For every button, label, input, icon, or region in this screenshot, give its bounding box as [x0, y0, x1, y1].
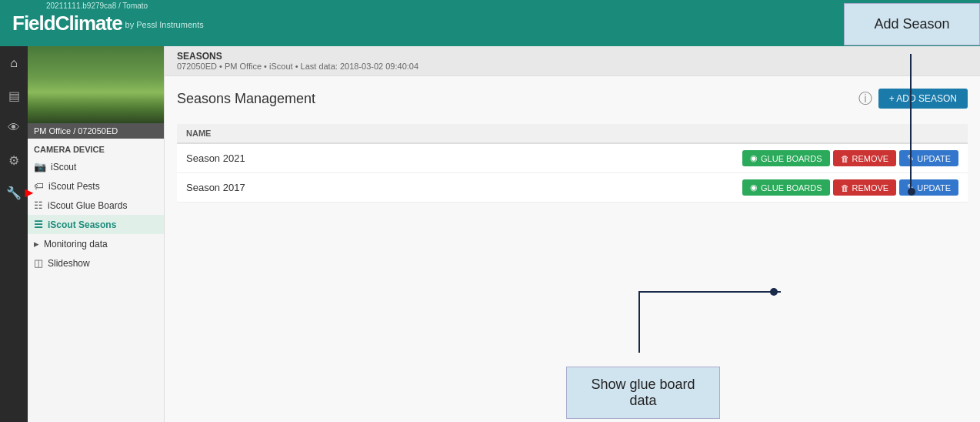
remove-icon: 🗑: [841, 154, 849, 163]
glue-boards-label-2: GLUE BOARDS: [761, 183, 822, 193]
help-icon[interactable]: ⓘ: [858, 89, 872, 108]
add-season-annotation-text: Add Season: [874, 16, 949, 32]
nav-item-monitoring[interactable]: ▸ Monitoring data: [28, 234, 164, 253]
sidebar-home-icon[interactable]: ⌂: [3, 52, 25, 74]
nav-item-iscout-label: iScout: [51, 162, 76, 172]
nav-item-iscout[interactable]: 📷 iScout: [28, 157, 164, 176]
nav-item-iscout-pests[interactable]: 🏷 iScout Pests: [28, 176, 164, 196]
title-actions: ⓘ + ADD SEASON: [858, 89, 968, 109]
sidebar-eye-icon[interactable]: 👁: [3, 117, 25, 139]
nav-item-iscout-glue-boards-label: iScout Glue Boards: [48, 200, 127, 211]
breadcrumb-sub: 072050ED • PM Office • iScout • Last dat…: [177, 62, 968, 71]
sidebar-gear-icon[interactable]: 🔧: [3, 182, 25, 203]
show-glue-line-h: [638, 291, 781, 293]
brand-sub: by Pessl Instruments: [125, 20, 204, 29]
show-glue-line-v: [638, 291, 640, 353]
sidebar-chart-icon[interactable]: ▤: [3, 85, 25, 106]
show-glue-annotation: Show glue board data: [566, 367, 720, 419]
nav-item-iscout-seasons[interactable]: ☰ iScout Seasons: [28, 215, 164, 234]
table-row: Season 2021 ◉ GLUE BOARDS 🗑 REMOVE: [177, 143, 968, 173]
station-path-label: 20211111.b9279ca8 / Tomato: [46, 2, 148, 10]
col-name-header: NAME: [177, 124, 373, 143]
add-season-line: [910, 54, 912, 191]
remove-btn-2017[interactable]: 🗑 REMOVE: [833, 179, 897, 196]
update-label: UPDATE: [917, 154, 951, 163]
active-nav-arrow: ►: [22, 185, 36, 201]
glue-icon: ◉: [750, 153, 758, 163]
add-season-dot: [908, 188, 915, 196]
col-actions-header: [373, 124, 968, 143]
left-panel: PM Office / 072050ED CAMERA DEVICE 📷 iSc…: [28, 46, 165, 422]
sidebar-settings-icon[interactable]: ⚙: [3, 149, 25, 171]
icon-sidebar: ⌂ ▤ 👁 ⚙ 🔧: [0, 46, 28, 422]
breadcrumb-title: SEASONS: [177, 51, 968, 62]
brand: FieldClimate by Pessl Instruments: [12, 12, 204, 35]
camera-icon: 📷: [34, 161, 46, 172]
row-actions-2021: ◉ GLUE BOARDS 🗑 REMOVE ✎ UPDATE: [382, 150, 958, 166]
glue-boards-btn-2021[interactable]: ◉ GLUE BOARDS: [742, 150, 829, 166]
grid-icon: ☷: [34, 199, 43, 211]
update-label-2: UPDATE: [917, 183, 951, 193]
page-title-row: Seasons Management ⓘ + ADD SEASON: [177, 89, 968, 109]
season-2021-name: Season 2021: [177, 143, 373, 173]
add-season-button[interactable]: + ADD SEASON: [878, 89, 968, 109]
glue-boards-btn-2017[interactable]: ◉ GLUE BOARDS: [742, 179, 829, 196]
brand-name: FieldClimate: [12, 12, 122, 35]
nav-item-iscout-glue-boards[interactable]: ☷ iScout Glue Boards: [28, 196, 164, 215]
seasons-table: NAME Season 2021 ◉ GLUE BOARDS: [177, 124, 968, 203]
glue-icon-2: ◉: [750, 183, 758, 193]
list-icon: ☰: [34, 219, 43, 230]
add-season-annotation: Add Season: [844, 3, 980, 45]
table-row: Season 2017 ◉ GLUE BOARDS 🗑 REMOVE: [177, 173, 968, 203]
bar-icon: ▸: [34, 238, 39, 250]
show-glue-dot: [770, 288, 778, 296]
show-glue-annotation-text: Show glue board data: [591, 377, 695, 408]
nav-item-iscout-seasons-label: iScout Seasons: [48, 219, 116, 230]
breadcrumb-bar: SEASONS 072050ED • PM Office • iScout • …: [165, 46, 980, 76]
main-content: SEASONS 072050ED • PM Office • iScout • …: [165, 46, 980, 422]
remove-label-2: REMOVE: [852, 183, 889, 193]
station-image: [28, 46, 164, 123]
page-title: Seasons Management: [177, 91, 315, 107]
nav-item-iscout-pests-label: iScout Pests: [48, 181, 100, 192]
season-2017-actions: ◉ GLUE BOARDS 🗑 REMOVE ✎ UPDATE: [373, 173, 968, 203]
season-2017-name: Season 2017: [177, 173, 373, 203]
remove-label: REMOVE: [852, 154, 889, 163]
main-layout: ⌂ ▤ 👁 ⚙ 🔧 PM Office / 072050ED CAMERA DE…: [0, 46, 980, 422]
station-id-bar: PM Office / 072050ED: [28, 123, 164, 139]
nav-item-slideshow[interactable]: ◫ Slideshow: [28, 253, 164, 273]
row-actions-2017: ◉ GLUE BOARDS 🗑 REMOVE ✎ UPDATE: [382, 179, 958, 196]
glue-boards-label: GLUE BOARDS: [761, 154, 822, 163]
remove-icon-2: 🗑: [841, 183, 849, 193]
season-2021-actions: ◉ GLUE BOARDS 🗑 REMOVE ✎ UPDATE: [373, 143, 968, 173]
remove-btn-2021[interactable]: 🗑 REMOVE: [833, 150, 897, 166]
nav-item-slideshow-label: Slideshow: [48, 258, 90, 269]
nav-item-monitoring-label: Monitoring data: [44, 239, 108, 250]
top-nav: 20211111.b9279ca8 / Tomato FieldClimate …: [0, 0, 980, 46]
update-btn-2021[interactable]: ✎ UPDATE: [899, 150, 958, 166]
station-id-text: PM Office / 072050ED: [34, 126, 118, 136]
camera-device-section-label: CAMERA DEVICE: [28, 139, 164, 157]
table-icon: ◫: [34, 257, 43, 269]
